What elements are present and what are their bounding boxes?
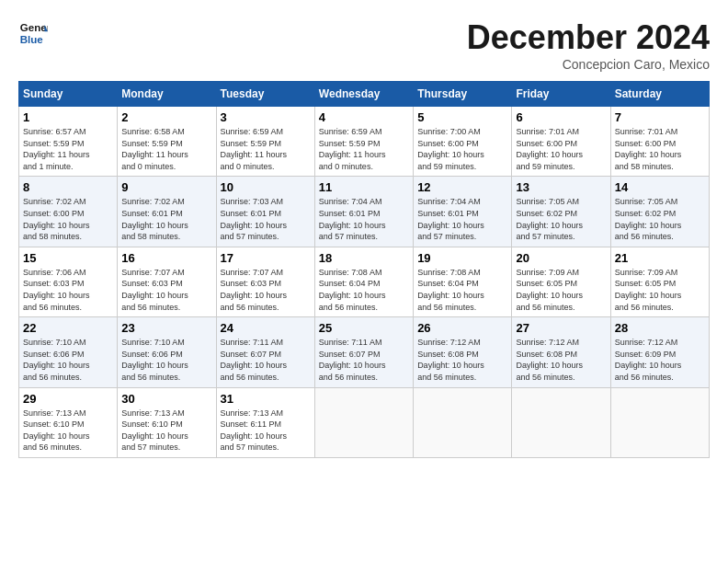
day-info: Sunrise: 7:03 AM Sunset: 6:01 PM Dayligh… [221,196,311,242]
day-number: 17 [221,251,311,265]
calendar-cell: 17Sunrise: 7:07 AM Sunset: 6:03 PM Dayli… [216,247,314,316]
day-info: Sunrise: 7:13 AM Sunset: 6:10 PM Dayligh… [121,408,211,454]
day-info: Sunrise: 7:06 AM Sunset: 6:03 PM Dayligh… [23,267,113,313]
calendar-cell: 25Sunrise: 7:11 AM Sunset: 6:07 PM Dayli… [314,317,413,387]
calendar-cell: 31Sunrise: 7:13 AM Sunset: 6:11 PM Dayli… [216,387,314,457]
day-number: 6 [516,110,606,124]
day-number: 9 [121,180,211,194]
calendar-body: 1Sunrise: 6:57 AM Sunset: 5:59 PM Daylig… [19,107,710,458]
calendar-cell: 22Sunrise: 7:10 AM Sunset: 6:06 PM Dayli… [19,317,118,387]
calendar-cell: 26Sunrise: 7:12 AM Sunset: 6:08 PM Dayli… [414,317,512,387]
calendar-cell: 21Sunrise: 7:09 AM Sunset: 6:05 PM Dayli… [610,247,709,316]
calendar-cell: 16Sunrise: 7:07 AM Sunset: 6:03 PM Dayli… [118,247,216,316]
month-title: December 2024 [467,18,710,57]
calendar-cell: 14Sunrise: 7:05 AM Sunset: 6:02 PM Dayli… [610,177,709,247]
day-number: 19 [417,251,507,265]
calendar-cell: 1Sunrise: 6:57 AM Sunset: 5:59 PM Daylig… [19,107,118,177]
day-info: Sunrise: 7:07 AM Sunset: 6:03 PM Dayligh… [121,267,211,313]
day-info: Sunrise: 7:08 AM Sunset: 6:04 PM Dayligh… [417,267,507,313]
day-info: Sunrise: 7:05 AM Sunset: 6:02 PM Dayligh… [516,196,606,242]
calendar-cell: 7Sunrise: 7:01 AM Sunset: 6:00 PM Daylig… [610,107,709,177]
calendar-cell: 27Sunrise: 7:12 AM Sunset: 6:08 PM Dayli… [512,317,610,387]
col-friday: Friday [512,82,610,107]
day-number: 29 [23,392,113,406]
day-number: 11 [319,180,409,194]
day-info: Sunrise: 7:11 AM Sunset: 6:07 PM Dayligh… [319,337,409,383]
day-info: Sunrise: 7:12 AM Sunset: 6:08 PM Dayligh… [417,337,507,383]
calendar-cell: 30Sunrise: 7:13 AM Sunset: 6:10 PM Dayli… [118,387,216,457]
day-number: 3 [221,110,311,124]
calendar-cell: 9Sunrise: 7:02 AM Sunset: 6:01 PM Daylig… [118,177,216,247]
day-info: Sunrise: 7:02 AM Sunset: 6:00 PM Dayligh… [23,196,113,242]
day-info: Sunrise: 7:11 AM Sunset: 6:07 PM Dayligh… [221,337,311,383]
day-info: Sunrise: 7:04 AM Sunset: 6:01 PM Dayligh… [417,196,507,242]
calendar-week-row: 22Sunrise: 7:10 AM Sunset: 6:06 PM Dayli… [19,317,710,387]
calendar-cell: 24Sunrise: 7:11 AM Sunset: 6:07 PM Dayli… [216,317,314,387]
calendar-cell: 5Sunrise: 7:00 AM Sunset: 6:00 PM Daylig… [414,107,512,177]
day-info: Sunrise: 7:02 AM Sunset: 6:01 PM Dayligh… [121,196,211,242]
day-number: 18 [319,251,409,265]
header-row: Sunday Monday Tuesday Wednesday Thursday… [19,82,710,107]
day-info: Sunrise: 7:08 AM Sunset: 6:04 PM Dayligh… [319,267,409,313]
calendar-cell [610,387,709,457]
day-number: 20 [516,251,606,265]
svg-text:General: General [20,22,48,33]
day-number: 26 [417,321,507,335]
day-number: 30 [121,392,211,406]
calendar-cell: 3Sunrise: 6:59 AM Sunset: 5:59 PM Daylig… [216,107,314,177]
calendar-cell: 20Sunrise: 7:09 AM Sunset: 6:05 PM Dayli… [512,247,610,316]
day-number: 28 [615,321,705,335]
col-thursday: Thursday [414,82,512,107]
calendar-cell [414,387,512,457]
page-header: General Blue December 2024 Concepcion Ca… [18,18,710,72]
svg-text:Blue: Blue [20,34,44,45]
calendar-cell: 18Sunrise: 7:08 AM Sunset: 6:04 PM Dayli… [314,247,413,316]
col-wednesday: Wednesday [314,82,413,107]
day-info: Sunrise: 7:09 AM Sunset: 6:05 PM Dayligh… [615,267,705,313]
calendar-cell: 19Sunrise: 7:08 AM Sunset: 6:04 PM Dayli… [414,247,512,316]
day-number: 13 [516,180,606,194]
day-info: Sunrise: 7:00 AM Sunset: 6:00 PM Dayligh… [417,126,507,172]
day-number: 16 [121,251,211,265]
day-number: 1 [23,110,113,124]
day-info: Sunrise: 7:05 AM Sunset: 6:02 PM Dayligh… [615,196,705,242]
day-info: Sunrise: 7:09 AM Sunset: 6:05 PM Dayligh… [516,267,606,313]
day-info: Sunrise: 7:12 AM Sunset: 6:08 PM Dayligh… [516,337,606,383]
day-number: 24 [221,321,311,335]
calendar-table: Sunday Monday Tuesday Wednesday Thursday… [18,81,710,458]
logo-icon: General Blue [18,18,48,48]
calendar-cell: 15Sunrise: 7:06 AM Sunset: 6:03 PM Dayli… [19,247,118,316]
day-info: Sunrise: 6:58 AM Sunset: 5:59 PM Dayligh… [121,126,211,172]
calendar-cell: 6Sunrise: 7:01 AM Sunset: 6:00 PM Daylig… [512,107,610,177]
calendar-cell: 12Sunrise: 7:04 AM Sunset: 6:01 PM Dayli… [414,177,512,247]
day-number: 4 [319,110,409,124]
day-info: Sunrise: 7:04 AM Sunset: 6:01 PM Dayligh… [319,196,409,242]
day-info: Sunrise: 7:13 AM Sunset: 6:11 PM Dayligh… [221,408,311,454]
calendar-cell: 8Sunrise: 7:02 AM Sunset: 6:00 PM Daylig… [19,177,118,247]
day-info: Sunrise: 7:10 AM Sunset: 6:06 PM Dayligh… [121,337,211,383]
day-number: 2 [121,110,211,124]
day-info: Sunrise: 7:10 AM Sunset: 6:06 PM Dayligh… [23,337,113,383]
day-number: 12 [417,180,507,194]
day-info: Sunrise: 7:13 AM Sunset: 6:10 PM Dayligh… [23,408,113,454]
calendar-cell: 23Sunrise: 7:10 AM Sunset: 6:06 PM Dayli… [118,317,216,387]
day-info: Sunrise: 7:01 AM Sunset: 6:00 PM Dayligh… [516,126,606,172]
day-number: 25 [319,321,409,335]
calendar-header: Sunday Monday Tuesday Wednesday Thursday… [19,82,710,107]
title-block: December 2024 Concepcion Caro, Mexico [467,18,710,72]
day-number: 27 [516,321,606,335]
location: Concepcion Caro, Mexico [467,57,710,72]
day-info: Sunrise: 6:59 AM Sunset: 5:59 PM Dayligh… [319,126,409,172]
day-number: 14 [615,180,705,194]
day-info: Sunrise: 7:12 AM Sunset: 6:09 PM Dayligh… [615,337,705,383]
day-number: 21 [615,251,705,265]
col-sunday: Sunday [19,82,118,107]
day-number: 23 [121,321,211,335]
calendar-week-row: 15Sunrise: 7:06 AM Sunset: 6:03 PM Dayli… [19,247,710,316]
day-number: 5 [417,110,507,124]
calendar-week-row: 8Sunrise: 7:02 AM Sunset: 6:00 PM Daylig… [19,177,710,247]
calendar-cell: 29Sunrise: 7:13 AM Sunset: 6:10 PM Dayli… [19,387,118,457]
day-info: Sunrise: 6:59 AM Sunset: 5:59 PM Dayligh… [221,126,311,172]
calendar-week-row: 29Sunrise: 7:13 AM Sunset: 6:10 PM Dayli… [19,387,710,457]
calendar-cell: 11Sunrise: 7:04 AM Sunset: 6:01 PM Dayli… [314,177,413,247]
